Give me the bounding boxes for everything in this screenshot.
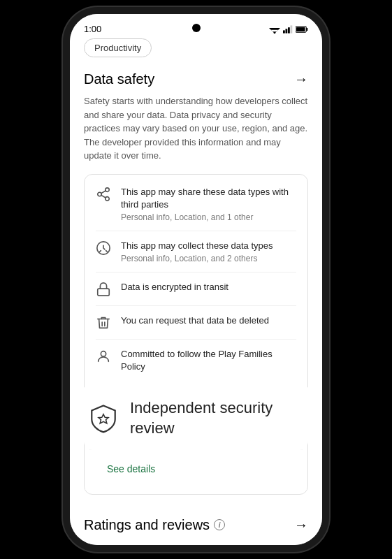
ratings-info-icon[interactable]: i: [214, 519, 225, 530]
phone-frame: 1:00: [70, 14, 322, 545]
status-icons: [269, 25, 308, 34]
collect-icon: [96, 240, 111, 256]
ratings-section: Ratings and reviews i →: [84, 506, 308, 539]
svg-rect-7: [291, 25, 293, 33]
svg-point-17: [101, 351, 106, 356]
data-item-encrypted: Data is encrypted in transit: [85, 273, 307, 305]
signal-icon: [283, 25, 293, 34]
svg-rect-16: [98, 289, 110, 296]
svg-rect-6: [288, 27, 290, 33]
svg-line-14: [101, 195, 106, 198]
share-icon: [96, 187, 111, 202]
data-safety-title: Data safety: [84, 71, 154, 87]
data-safety-description: Safety starts with understanding how dev…: [84, 94, 308, 163]
data-item-collect-subtitle: Personal info, Location, and 2 others: [121, 254, 296, 263]
status-time: 1:00: [84, 24, 101, 34]
category-chip[interactable]: Productivity: [84, 38, 152, 57]
data-item-delete-text: You can request that data be deleted: [121, 314, 296, 327]
delete-icon: [96, 315, 111, 331]
data-item-encrypted-title: Data is encrypted in transit: [121, 281, 296, 293]
svg-rect-10: [296, 27, 305, 31]
data-item-collect-title: This app may collect these data types: [121, 240, 296, 252]
security-badge-icon: [88, 403, 119, 434]
svg-rect-5: [286, 29, 288, 33]
ratings-title: Ratings and reviews: [84, 517, 210, 533]
see-details-wrapper: See details: [85, 449, 307, 491]
wifi-icon: [269, 25, 280, 34]
security-banner-wrapper: Independent security review: [84, 387, 308, 449]
security-banner: Independent security review: [84, 387, 308, 449]
content-area: Productivity Data safety → Safety starts…: [70, 38, 322, 539]
svg-rect-4: [283, 30, 285, 33]
data-item-families-title: Committed to follow the Play Families Po…: [121, 348, 296, 373]
status-bar: 1:00: [70, 14, 322, 38]
svg-marker-18: [99, 414, 108, 423]
section-header: Data safety →: [84, 71, 308, 87]
data-item-share-subtitle: Personal info, Location, and 1 other: [121, 212, 296, 222]
lock-icon: [96, 282, 111, 297]
data-item-families: Committed to follow the Play Families Po…: [85, 340, 307, 382]
svg-rect-9: [306, 27, 307, 30]
data-item-share-title: This app may share these data types with…: [121, 186, 296, 211]
camera-notch: [192, 24, 201, 32]
data-safety-card: This app may share these data types with…: [84, 174, 308, 495]
see-details-link[interactable]: See details: [96, 458, 296, 486]
data-safety-section: Data safety → Safety starts with underst…: [84, 71, 308, 495]
security-banner-text: Independent security review: [130, 398, 304, 438]
data-item-share: This app may share these data types with…: [85, 177, 307, 231]
svg-line-15: [101, 190, 106, 193]
data-item-delete: You can request that data be deleted: [85, 306, 307, 339]
data-item-delete-title: You can request that data be deleted: [121, 314, 296, 327]
data-item-families-text: Committed to follow the Play Families Po…: [121, 348, 296, 373]
data-item-collect: This app may collect these data types Pe…: [85, 231, 307, 272]
data-safety-arrow-icon[interactable]: →: [294, 71, 308, 87]
battery-icon: [296, 25, 308, 34]
phone-screen: 1:00: [70, 14, 322, 545]
data-item-collect-text: This app may collect these data types Pe…: [121, 240, 296, 263]
family-icon: [96, 349, 111, 364]
ratings-title-wrapper: Ratings and reviews i: [84, 517, 225, 533]
data-item-share-text: This app may share these data types with…: [121, 186, 296, 222]
data-item-encrypted-text: Data is encrypted in transit: [121, 281, 296, 293]
ratings-arrow-icon[interactable]: →: [294, 517, 308, 533]
